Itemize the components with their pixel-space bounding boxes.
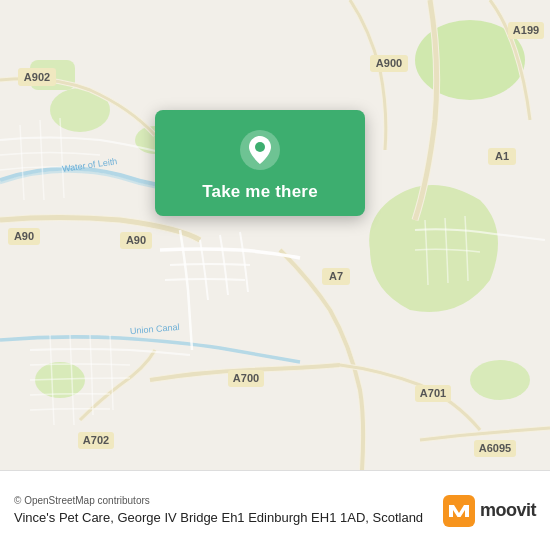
svg-point-33 [255,142,265,152]
svg-text:A90: A90 [126,234,146,246]
map-background: A902 A90 A90 A900 A1 A199 A7 A700 A701 A… [0,0,550,470]
moovit-brand-label: moovit [480,500,536,521]
location-description: Vince's Pet Care, George IV Bridge Eh1 E… [14,509,431,527]
map-attribution: © OpenStreetMap contributors [14,495,431,506]
svg-text:A199: A199 [513,24,539,36]
map-container: A902 A90 A90 A900 A1 A199 A7 A700 A701 A… [0,0,550,470]
moovit-m-icon [443,495,475,527]
svg-text:A7: A7 [329,270,343,282]
svg-text:A6095: A6095 [479,442,511,454]
svg-point-5 [470,360,530,400]
location-pin-icon [238,128,282,172]
svg-text:A902: A902 [24,71,50,83]
svg-text:A1: A1 [495,150,509,162]
svg-text:A702: A702 [83,434,109,446]
take-me-there-label: Take me there [202,182,318,202]
moovit-logo: moovit [443,495,536,527]
svg-rect-34 [443,495,475,527]
svg-text:A900: A900 [376,57,402,69]
bottom-bar: © OpenStreetMap contributors Vince's Pet… [0,470,550,550]
take-me-there-button[interactable]: Take me there [155,110,365,216]
bottom-bar-info: © OpenStreetMap contributors Vince's Pet… [14,495,431,527]
svg-text:A701: A701 [420,387,446,399]
svg-text:A90: A90 [14,230,34,242]
svg-text:A700: A700 [233,372,259,384]
